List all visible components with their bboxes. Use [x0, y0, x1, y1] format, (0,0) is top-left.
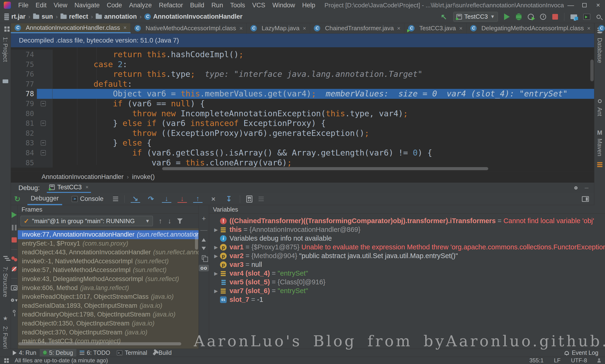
- tool-window-switcher-icon[interactable]: [4, 358, 6, 360]
- view-breakpoints-icon[interactable]: [11, 257, 15, 260]
- run-anything-icon[interactable]: [583, 14, 590, 20]
- pin-tab-icon[interactable]: [13, 310, 16, 313]
- gutter-fold-column[interactable]: [37, 89, 52, 99]
- pause-program-icon[interactable]: [12, 225, 16, 231]
- trace-icon[interactable]: [258, 197, 264, 197]
- gutter-fold-column[interactable]: [37, 158, 52, 168]
- fold-marker-icon[interactable]: [41, 140, 46, 146]
- run-configuration-select[interactable]: TestCC3 ▼: [453, 12, 498, 22]
- tool-window-button[interactable]: Terminal: [114, 349, 150, 357]
- tool-window-button[interactable]: 4: Run: [10, 349, 40, 357]
- editor-tab[interactable]: Method.java ×: [595, 23, 605, 33]
- expand-arrow-icon[interactable]: ▶: [212, 244, 220, 250]
- move-watch-down-icon[interactable]: [202, 247, 206, 250]
- show-execution-point-icon[interactable]: ↘: [131, 195, 140, 203]
- move-watch-up-icon[interactable]: [202, 238, 206, 242]
- rerun-icon[interactable]: ↻: [14, 195, 21, 204]
- menu-item[interactable]: Navigate: [71, 2, 103, 9]
- code-editor[interactable]: 74 return this.hashCodeImpl(); 75 case 2…: [11, 47, 594, 171]
- editor-tab[interactable]: DelegatingMethodAccessorImpl.class ×: [466, 23, 595, 33]
- mute-breakpoints-icon[interactable]: [12, 267, 16, 271]
- highlighting-level-icon[interactable]: [597, 361, 601, 363]
- remove-watch-icon[interactable]: —: [200, 227, 207, 233]
- menu-item[interactable]: Tools: [227, 2, 249, 9]
- stack-frame-row[interactable]: invoke:77, AnnotationInvocationHandler(s…: [18, 230, 198, 239]
- drop-frame-icon[interactable]: ×: [209, 195, 218, 203]
- menu-item[interactable]: File: [15, 2, 32, 9]
- frames-horizontal-scrollbar[interactable]: [18, 342, 181, 345]
- editor-breadcrumb-item[interactable]: AnnotationInvocationHandler ›: [42, 173, 132, 181]
- line-separator[interactable]: LF: [554, 357, 561, 364]
- hide-tool-window-icon[interactable]: —: [585, 186, 589, 190]
- tool-button-project[interactable]: 1: Project: [2, 37, 9, 62]
- expand-arrow-icon[interactable]: ▶: [212, 288, 220, 294]
- editor-tab[interactable]: ChainedTransformer.java ×: [310, 23, 404, 33]
- debugger-settings-icon[interactable]: ▾: [11, 297, 17, 303]
- breadcrumb-item[interactable]: reflect ›: [61, 13, 96, 20]
- frames-scrollbar[interactable]: [195, 232, 198, 250]
- line-number[interactable]: 84: [11, 148, 37, 158]
- stack-frame-row[interactable]: readObject:443, AnnotationInvocationHand…: [18, 248, 198, 257]
- run-with-coverage-button[interactable]: [528, 14, 534, 20]
- tab-close-icon[interactable]: ×: [397, 25, 400, 32]
- variable-row[interactable]: slot_7 = -1: [209, 295, 605, 304]
- stack-frame-row[interactable]: readObject0:1350, ObjectInputStream(java…: [18, 319, 198, 328]
- maven-icon[interactable]: M: [597, 129, 602, 136]
- stop-button[interactable]: [552, 14, 558, 20]
- editor-vertical-scrollbar[interactable]: [590, 60, 594, 81]
- run-to-cursor-icon[interactable]: ↧: [224, 195, 234, 203]
- search-everywhere-icon[interactable]: [596, 15, 601, 19]
- gutter-fold-column[interactable]: [37, 79, 52, 89]
- debug-button[interactable]: [516, 13, 522, 20]
- gutter-fold-column[interactable]: [37, 128, 52, 138]
- variable-row[interactable]: ((ChainedTransformer)((TransformingCompa…: [209, 217, 605, 225]
- profiler-button[interactable]: [540, 14, 546, 20]
- next-frame-icon[interactable]: ↓: [168, 217, 171, 225]
- line-number[interactable]: 83: [11, 138, 37, 148]
- stack-frame-row[interactable]: invoke0:-1, NativeMethodAccessorImpl(sun…: [18, 257, 198, 266]
- stack-frame-row[interactable]: invoke:43, DelegatingMethodAccessorImpl(…: [18, 275, 198, 284]
- force-step-into-icon[interactable]: ↓: [178, 195, 187, 203]
- minimize-button[interactable]: —: [564, 1, 578, 9]
- menu-item[interactable]: Analyze: [126, 2, 155, 9]
- gutter-fold-column[interactable]: [37, 60, 52, 69]
- variable-row[interactable]: var3 = null: [209, 260, 605, 269]
- stack-frame-row[interactable]: readSerialData:1893, ObjectInputStream(j…: [18, 301, 198, 310]
- gutter-fold-column[interactable]: [37, 99, 52, 109]
- debug-settings-gear-icon[interactable]: [574, 186, 578, 190]
- session-close-icon[interactable]: ×: [86, 184, 89, 190]
- stack-frame-row[interactable]: invokeReadObject:1017, ObjectStreamClass…: [18, 292, 198, 301]
- thread-selector[interactable]: ✓ "main"@1 in group "main": RUNNING ▼: [21, 216, 153, 226]
- tool-button-ant[interactable]: Ant: [596, 107, 603, 116]
- gutter-fold-column[interactable]: [37, 118, 52, 128]
- add-watch-icon[interactable]: +: [202, 216, 206, 222]
- navigate-back-icon[interactable]: ↖: [441, 12, 447, 21]
- breadcrumb-item[interactable]: AnnotationInvocationHandler ›: [144, 13, 243, 20]
- tab-debugger[interactable]: Debugger: [27, 193, 62, 205]
- file-encoding[interactable]: UTF-8: [571, 357, 587, 364]
- tab-close-icon[interactable]: ×: [303, 25, 306, 32]
- layout-menu-icon[interactable]: [113, 197, 118, 197]
- stack-frame-row[interactable]: invoke:606, Method(java.lang.reflect): [18, 284, 198, 293]
- previous-frame-icon[interactable]: ↑: [159, 217, 162, 225]
- line-number[interactable]: 74: [11, 50, 37, 60]
- gutter-fold-column[interactable]: [37, 138, 52, 148]
- expand-arrow-icon[interactable]: ▶: [212, 253, 220, 259]
- thread-dump-icon[interactable]: [11, 285, 17, 290]
- stack-frame-row[interactable]: readOrdinaryObject:1798, ObjectInputStre…: [18, 310, 198, 319]
- tab-close-icon[interactable]: ×: [239, 25, 243, 32]
- favorites-star-icon[interactable]: ★: [3, 315, 8, 322]
- line-number[interactable]: 78: [11, 89, 37, 99]
- step-over-icon[interactable]: ↷: [146, 195, 156, 203]
- evaluate-expression-icon[interactable]: [246, 195, 252, 203]
- debug-session-tab[interactable]: TestCC3 ×: [47, 183, 91, 193]
- tab-close-icon[interactable]: ×: [123, 24, 127, 31]
- stop-process-icon[interactable]: [12, 237, 17, 243]
- menu-item[interactable]: Build: [186, 2, 208, 9]
- variable-row[interactable]: Variables debug info not available: [209, 234, 605, 243]
- editor-tab[interactable]: LazyMap.java ×: [247, 23, 310, 33]
- line-number[interactable]: 76: [11, 69, 37, 79]
- variable-row[interactable]: ▶ var7 (slot_6) = "entrySet": [209, 286, 605, 295]
- duplicate-watch-icon[interactable]: [202, 255, 206, 260]
- line-number[interactable]: 77: [11, 79, 37, 89]
